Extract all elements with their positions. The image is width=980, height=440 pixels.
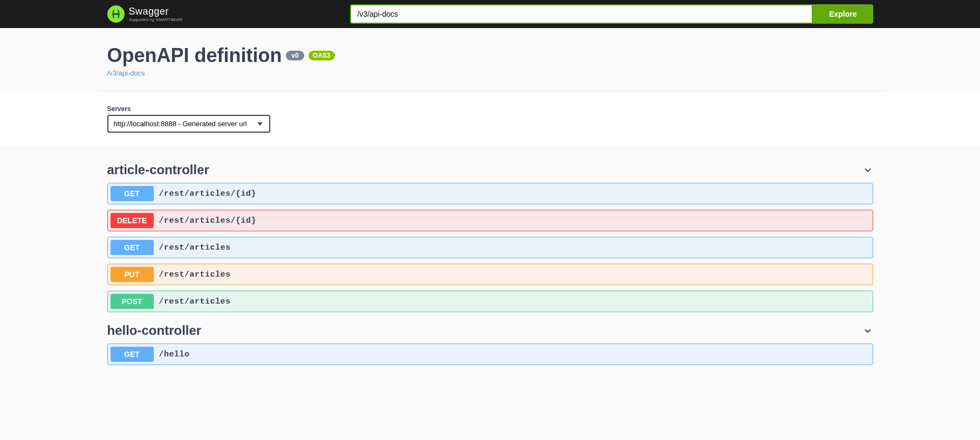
controller-name: hello-controller xyxy=(107,323,202,338)
swagger-logo-icon xyxy=(107,5,125,23)
controller-header[interactable]: article-controller xyxy=(107,157,873,183)
explore-button[interactable]: Explore xyxy=(813,4,873,24)
method-badge: POST xyxy=(111,294,154,309)
chevron-down-icon xyxy=(862,325,873,336)
operation-path: /rest/articles xyxy=(159,270,231,279)
api-docs-link[interactable]: /v3/api-docs xyxy=(107,69,145,77)
servers-section: Servers http://localhost:8888 - Generate… xyxy=(0,92,980,146)
api-info-section: OpenAPI definition v0 OAS3 /v3/api-docs xyxy=(97,28,884,92)
operation-block[interactable]: DELETE/rest/articles/{id} xyxy=(107,210,873,231)
operation-path: /rest/articles/{id} xyxy=(159,216,257,225)
svg-point-1 xyxy=(115,13,116,15)
method-badge: PUT xyxy=(111,267,154,282)
oas-badge: OAS3 xyxy=(309,51,335,60)
logo-title: Swagger xyxy=(129,6,182,17)
operation-block[interactable]: PUT/rest/articles xyxy=(107,264,873,285)
svg-point-0 xyxy=(114,13,115,15)
chevron-down-icon xyxy=(862,164,873,175)
logo-subtitle: Supported by SMARTBEAR xyxy=(129,17,182,22)
controller-name: article-controller xyxy=(107,162,209,177)
method-badge: GET xyxy=(111,186,154,201)
operation-path: /hello xyxy=(159,350,190,359)
api-title: OpenAPI definition xyxy=(107,44,282,67)
method-badge: GET xyxy=(111,240,154,255)
svg-point-2 xyxy=(117,13,118,15)
operation-block[interactable]: GET/hello xyxy=(107,343,873,365)
operation-path: /rest/articles/{id} xyxy=(159,189,257,198)
swagger-logo[interactable]: Swagger Supported by SMARTBEAR xyxy=(107,5,182,23)
method-badge: GET xyxy=(111,347,154,362)
servers-label: Servers xyxy=(107,105,873,113)
topbar: Swagger Supported by SMARTBEAR Explore xyxy=(0,0,980,28)
server-select[interactable]: http://localhost:8888 - Generated server… xyxy=(107,115,270,133)
operation-path: /rest/articles xyxy=(159,297,231,306)
operation-block[interactable]: GET/rest/articles/{id} xyxy=(107,183,873,204)
operation-block[interactable]: GET/rest/articles xyxy=(107,237,873,258)
controller-header[interactable]: hello-controller xyxy=(107,318,873,343)
operation-block[interactable]: POST/rest/articles xyxy=(107,291,873,312)
version-badge: v0 xyxy=(286,51,304,60)
api-url-input[interactable] xyxy=(350,4,813,24)
operations-section: article-controllerGET/rest/articles/{id}… xyxy=(97,146,884,381)
operation-path: /rest/articles xyxy=(159,243,231,252)
method-badge: DELETE xyxy=(111,213,154,228)
